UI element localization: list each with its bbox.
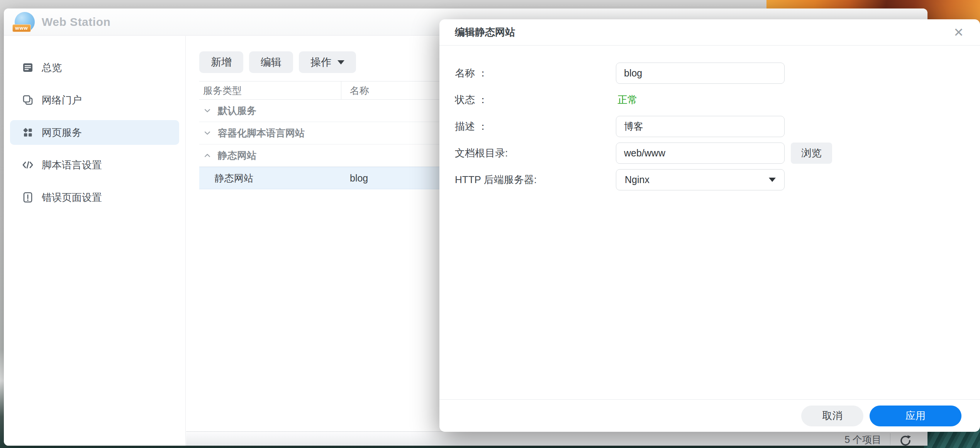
group-label: 默认服务 (218, 104, 256, 117)
chevron-down-icon (203, 129, 212, 137)
document-root-input[interactable] (616, 143, 785, 164)
sidebar-item-label: 网页服务 (42, 126, 82, 139)
name-label: 名称 ： (455, 66, 616, 80)
status-divider (890, 433, 890, 445)
sidebar-item-label: 脚本语言设置 (42, 158, 102, 172)
www-badge: www (12, 24, 31, 32)
group-label: 静态网站 (218, 149, 256, 162)
name-input[interactable] (616, 63, 785, 84)
http-backend-label: HTTP 后端服务器: (455, 173, 616, 187)
description-label: 描述 ： (455, 120, 616, 133)
desktop: www Web Station 总览 网络门户 (0, 0, 980, 448)
chevron-down-icon (203, 107, 212, 115)
dialog-body: 名称 ： 状态 ： 正常 描述 ： 文档根目录: 浏览 HTTP 后端服务器: … (439, 46, 980, 190)
dialog-header: 编辑静态网站 ✕ (439, 19, 980, 46)
web-service-icon (22, 126, 34, 139)
http-backend-select[interactable]: Nginx (616, 169, 785, 190)
sidebar-item-label: 错误页面设置 (42, 191, 102, 204)
cancel-button[interactable]: 取消 (801, 406, 863, 426)
sidebar-item-overview[interactable]: 总览 (10, 55, 179, 80)
web-portal-icon (22, 94, 34, 106)
edit-button-label: 编辑 (261, 55, 281, 69)
script-language-icon (22, 159, 34, 171)
error-page-icon (22, 191, 34, 204)
document-root-label: 文档根目录: (455, 146, 616, 160)
browse-button[interactable]: 浏览 (791, 143, 832, 164)
close-icon[interactable]: ✕ (953, 26, 964, 39)
overview-icon (22, 61, 34, 74)
group-label: 容器化脚本语言网站 (218, 127, 305, 139)
sidebar-item-label: 总览 (42, 61, 62, 75)
action-button-label: 操作 (310, 55, 331, 69)
form-row-name: 名称 ： (455, 63, 980, 84)
apply-button[interactable]: 应用 (870, 406, 961, 426)
status-bar: 5 个项目 (844, 432, 912, 446)
status-label: 状态 ： (455, 93, 616, 107)
form-row-http-backend: HTTP 后端服务器: Nginx (455, 169, 980, 190)
refresh-icon[interactable] (899, 434, 912, 446)
grid-footer: 5 个项目 (186, 431, 927, 446)
status-value: 正常 (616, 93, 638, 107)
edit-static-website-dialog: 编辑静态网站 ✕ 名称 ： 状态 ： 正常 描述 ： 文档根目录: 浏览 (439, 19, 980, 432)
cell-name: blog (341, 173, 368, 184)
sidebar-item-script-language[interactable]: 脚本语言设置 (10, 153, 179, 177)
cell-service-type: 静态网站 (199, 172, 341, 185)
column-header-name[interactable]: 名称 (341, 81, 369, 99)
column-header-service-type[interactable]: 服务类型 (199, 81, 341, 99)
sidebar-item-web-portal[interactable]: 网络门户 (10, 88, 179, 112)
dialog-footer: 取消 应用 (439, 399, 980, 432)
sidebar-item-web-service[interactable]: 网页服务 (10, 120, 179, 145)
caret-down-icon (769, 178, 776, 182)
sidebar-item-label: 网络门户 (42, 93, 82, 107)
add-button[interactable]: 新增 (199, 51, 243, 73)
form-row-status: 状态 ： 正常 (455, 89, 980, 110)
add-button-label: 新增 (211, 55, 232, 69)
form-row-description: 描述 ： (455, 116, 980, 137)
sidebar: 总览 网络门户 网页服务 (4, 36, 186, 446)
dialog-title: 编辑静态网站 (455, 25, 515, 39)
chevron-up-icon (203, 151, 212, 160)
action-dropdown-button[interactable]: 操作 (299, 51, 356, 73)
description-input[interactable] (616, 116, 785, 137)
form-row-document-root: 文档根目录: 浏览 (455, 143, 980, 164)
sidebar-item-error-page[interactable]: 错误页面设置 (10, 185, 179, 210)
caret-down-icon (337, 60, 344, 64)
item-count-label: 5 个项目 (844, 432, 882, 446)
http-backend-value: Nginx (625, 174, 649, 185)
web-station-logo-icon: www (15, 12, 35, 32)
edit-button[interactable]: 编辑 (249, 51, 293, 73)
app-title: Web Station (42, 15, 110, 29)
